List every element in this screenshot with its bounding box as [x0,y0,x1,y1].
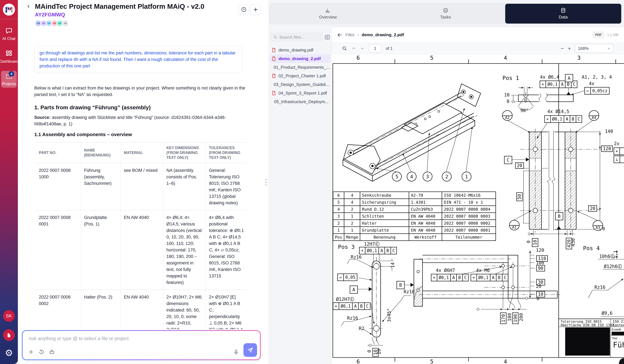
sidebar: AI Chat Dashboard 4 Projects SK ⚙ [0,0,18,364]
dim-label: 0 [526,240,531,243]
sidebar-item-ai-chat[interactable]: AI Chat [1,26,17,43]
panel-resize-handle[interactable] [265,178,267,188]
attach-plus-icon[interactable] [28,349,34,356]
source-label: Source: [34,115,51,120]
gdt-frame: ⌖Ø0,1ABC [470,274,508,281]
pdf-toolbar: 1 of 1 − + 168% [332,43,624,54]
logo-icon [5,6,13,13]
projects-badge: 4 [9,71,14,77]
avatar-overflow[interactable]: +3 [62,20,69,27]
gdt-frame-partial: ⊥ [614,156,624,163]
file-item-selected[interactable]: demo_drawing_2.pdf [270,54,330,63]
balloon: 2 [442,172,452,181]
datum-label: B [555,212,563,220]
pdf-header: Files › demo_drawing_2.pdf PDF 1.2 MB [332,27,624,43]
zoom-out-button[interactable]: − [561,45,564,52]
file-search-input[interactable] [279,35,320,40]
file-item[interactable]: 01_Product_Requirements_... [270,63,330,72]
detail-ref: A4 [589,110,599,121]
tab-label: Tasks [440,15,451,20]
sidebar-item-label: AI Chat [2,36,15,41]
sidebar-item-dashboard[interactable]: Dashboard [1,48,17,65]
history-button[interactable] [238,4,249,15]
page-up-icon[interactable] [351,46,356,51]
boxed-dim: 170 [500,313,507,324]
pdf-file-icon [271,56,276,61]
chat-messages[interactable]: go through all drawings and list me the … [34,39,261,364]
dim-label: 4x Ø6,4 [540,74,559,80]
breadcrumb-separator: › [357,32,359,37]
boxed-dim: 120 [601,146,613,152]
zoom-in-button[interactable]: + [568,45,571,52]
file-name: demo_drawing_2.pdf [279,56,321,61]
dim-label: 3x45° [387,308,392,322]
boxed-dim: 20 [515,162,524,169]
back-chevron-icon[interactable]: ‹ [27,2,30,9]
send-button[interactable] [243,343,257,357]
cell: 4× Ø6,4; 4× Ø14,5; various distances (ve… [163,210,206,290]
dim-label: 0 [366,350,372,353]
dim-label: 4x Ø6H7 [436,268,455,273]
cell: EN AW 4040 [121,210,163,290]
page-number-input[interactable]: 1 [369,44,382,52]
col-header: KEY DIMENSIONS (FROM DRAWING TEXT ONLY) [163,142,206,163]
history-icon[interactable] [39,349,44,356]
balloon: 5 [392,172,402,181]
pdf-page-technical-drawing[interactable]: 6 5 4 3 6 5 4 5 4 3 2 1 Pos 1 4x Ø6,4 ⌖Ø… [332,54,624,364]
settings-gear-icon[interactable]: ⚙ [5,348,13,358]
toolbox-icon[interactable] [49,349,55,356]
zoom-value: 168% [578,46,589,51]
tab-data[interactable]: Data [505,4,621,24]
maindtec-logo[interactable] [3,3,15,16]
chat-input[interactable] [28,335,208,342]
task-check-icon [443,8,448,13]
file-item[interactable]: 04_Sprint_3_Report 1.pdf [270,89,330,97]
plus-icon [253,7,258,12]
pdf-file-icon [271,48,276,52]
balloon: 4 [407,172,416,181]
zone-label: 4 [504,55,507,61]
gdt-frame-partial: ⌖ [614,147,624,155]
tab-tasks[interactable]: Tasks [388,4,504,24]
page-down-icon[interactable] [360,46,365,51]
zoom-select[interactable]: 168% [575,44,614,53]
cell: 2022 0007 0008 0001 [36,210,81,290]
breadcrumb-files[interactable]: Files [345,32,354,37]
datum-label: A [565,74,573,82]
col-header: PART NO. [36,142,81,163]
dim-label: A1, 2, 3, 4 [582,74,612,80]
search-document-icon[interactable] [342,46,347,51]
file-item[interactable]: demo_drawing.pdf [270,46,330,54]
file-name: 05_Infrastructure_Deploym... [274,99,329,104]
zone-label: 4 [504,358,507,364]
dim-label: 4x [589,81,595,86]
file-item[interactable]: 05_Infrastructure_Deploym... [270,97,330,106]
titleblock-kanten: Kanten [613,323,624,327]
dim-label: Ø9,6 [601,311,612,316]
cell: NA (assembly consists of Pos. 1–6) [163,163,206,210]
boxed-dim: 190 [512,313,519,324]
dim-label: 2x [614,141,620,146]
mic-icon[interactable] [233,349,239,356]
project-code-link[interactable]: AY2FGMWQ [35,12,65,18]
pdf-file-icon [271,91,276,96]
organization-button[interactable] [3,329,15,341]
chat-bubble-icon [5,28,13,35]
file-name: demo_drawing.pdf [279,48,313,53]
tab-overview[interactable]: Overview [270,4,386,24]
zone-label: 5 [430,55,433,61]
file-item[interactable]: 02_Project_Charter 1.pdf [270,72,330,80]
redacted-name [612,332,624,335]
chat-input-box[interactable] [22,330,261,360]
file-search[interactable] [271,33,322,42]
cell: General: Tolerierung ISO 8015; ISO 2768 … [206,163,247,210]
dim-label: 200 [519,313,524,321]
user-avatar[interactable]: SK [3,310,15,322]
new-chat-button[interactable] [250,4,261,15]
file-item[interactable]: 03_Design_System_Guideli... [270,80,330,89]
collapse-panel-icon[interactable] [324,34,330,40]
sidebar-item-projects[interactable]: 4 Projects [1,71,17,88]
bar-chart-icon [325,8,331,13]
back-arrow-icon[interactable] [337,32,342,38]
dim-label: 1,1 [613,250,618,259]
